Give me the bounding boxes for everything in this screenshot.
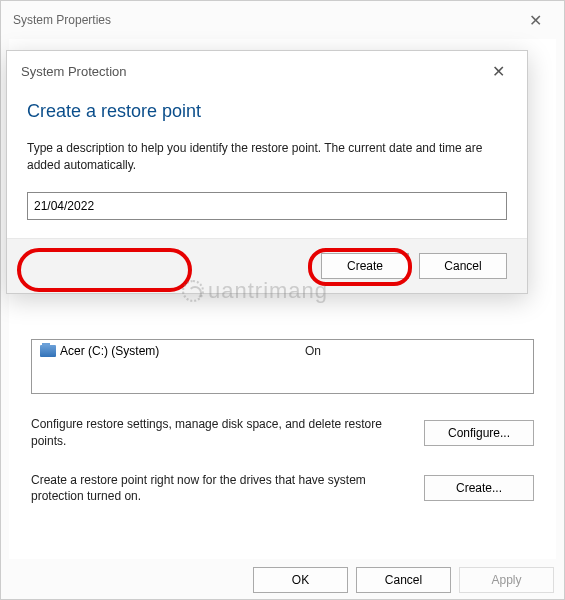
configure-text: Configure restore settings, manage disk … (31, 416, 404, 450)
apply-button: Apply (459, 567, 554, 593)
drive-name-cell: Acer (C:) (System) (40, 344, 305, 358)
dialog-heading: Create a restore point (27, 101, 507, 122)
dialog-cancel-button[interactable]: Cancel (419, 253, 507, 279)
dialog-description: Type a description to help you identify … (27, 140, 507, 174)
cancel-button[interactable]: Cancel (356, 567, 451, 593)
configure-row: Configure restore settings, manage disk … (31, 416, 534, 450)
create-row: Create a restore point right now for the… (31, 472, 534, 506)
drive-icon (40, 345, 56, 357)
table-row[interactable]: Acer (C:) (System) On (40, 344, 525, 358)
parent-titlebar: System Properties ✕ (1, 1, 564, 39)
drive-name-text: Acer (C:) (System) (60, 344, 159, 358)
dialog-buttons: Create Cancel (7, 238, 527, 293)
create-drive-button[interactable]: Create... (424, 475, 534, 501)
create-text: Create a restore point right now for the… (31, 472, 404, 506)
configure-button[interactable]: Configure... (424, 420, 534, 446)
parent-title: System Properties (13, 13, 111, 27)
restore-point-description-input[interactable] (27, 192, 507, 220)
system-protection-dialog: System Protection ✕ Create a restore poi… (6, 50, 528, 294)
dialog-create-button[interactable]: Create (321, 253, 409, 279)
bottom-buttons: OK Cancel Apply (253, 567, 554, 593)
dialog-title: System Protection (21, 64, 127, 79)
dialog-titlebar: System Protection ✕ (7, 51, 527, 91)
drive-list: Acer (C:) (System) On (31, 339, 534, 394)
dialog-close-icon[interactable]: ✕ (484, 58, 513, 85)
drive-status-cell: On (305, 344, 321, 358)
dialog-body: Create a restore point Type a descriptio… (7, 91, 527, 238)
parent-close-icon[interactable]: ✕ (519, 7, 552, 34)
ok-button[interactable]: OK (253, 567, 348, 593)
